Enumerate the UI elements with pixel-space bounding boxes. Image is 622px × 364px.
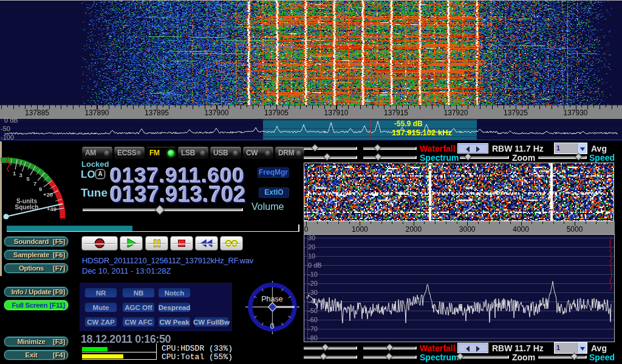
svg-text:0: 0 bbox=[270, 322, 275, 331]
svg-text:Phase: Phase bbox=[261, 295, 282, 303]
